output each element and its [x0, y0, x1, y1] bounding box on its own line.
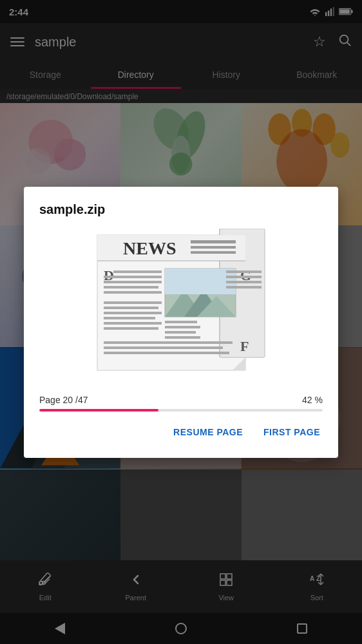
progress-info: Page 20 /47 42 % [39, 395, 323, 405]
svg-rect-51 [191, 246, 236, 249]
svg-rect-73 [165, 336, 200, 339]
svg-rect-67 [226, 276, 262, 278]
dialog: sample.zip NEWS D [24, 187, 338, 458]
svg-rect-52 [191, 251, 236, 254]
svg-rect-74 [104, 301, 162, 304]
svg-rect-71 [165, 326, 200, 328]
svg-rect-78 [104, 322, 162, 325]
svg-rect-59 [104, 291, 162, 294]
svg-text:NEWS: NEWS [123, 238, 176, 258]
svg-rect-58 [104, 286, 158, 289]
svg-rect-79 [104, 327, 158, 330]
progress-bar-track [39, 409, 323, 412]
svg-rect-82 [104, 346, 223, 349]
svg-rect-57 [104, 281, 162, 283]
svg-rect-55 [113, 270, 162, 273]
dialog-overlay: sample.zip NEWS D [0, 0, 362, 644]
svg-rect-50 [191, 240, 236, 243]
svg-rect-70 [165, 321, 197, 323]
progress-percent-text: 42 % [302, 395, 323, 405]
svg-rect-66 [226, 270, 262, 273]
svg-rect-68 [226, 281, 262, 283]
dialog-buttons: RESUME PAGE FIRST PAGE [39, 422, 323, 442]
progress-bar-fill [39, 409, 158, 412]
dialog-title: sample.zip [39, 202, 323, 217]
svg-text:F: F [240, 338, 249, 354]
progress-area: Page 20 /47 42 % [39, 395, 323, 412]
svg-rect-72 [165, 331, 196, 334]
svg-rect-75 [104, 307, 158, 309]
svg-rect-81 [104, 341, 233, 344]
svg-rect-69 [226, 286, 262, 289]
svg-rect-76 [104, 312, 162, 314]
resume-page-button[interactable]: RESUME PAGE [171, 422, 245, 442]
newspaper-illustration: NEWS D [91, 229, 271, 383]
svg-rect-64 [165, 269, 236, 294]
svg-rect-83 [104, 352, 229, 354]
dialog-image: NEWS D [39, 229, 323, 383]
progress-page-text: Page 20 /47 [39, 395, 88, 405]
svg-rect-77 [104, 317, 155, 319]
svg-rect-56 [104, 276, 162, 278]
first-page-button[interactable]: FIRST PAGE [261, 422, 323, 442]
